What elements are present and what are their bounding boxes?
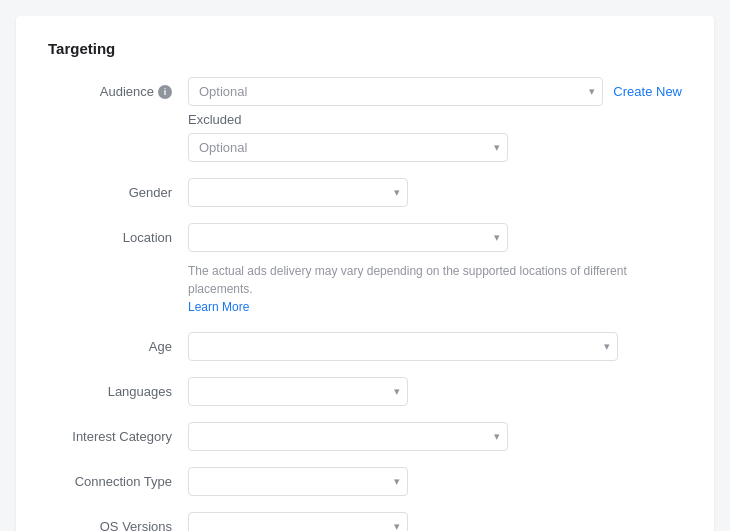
- section-title: Targeting: [48, 40, 682, 57]
- excluded-select-wrapper: Optional ▾: [188, 133, 508, 162]
- age-row: Age ▾: [48, 332, 682, 361]
- location-select[interactable]: [188, 223, 508, 252]
- age-select-wrapper: ▾: [188, 332, 618, 361]
- os-versions-select-wrapper: ▾: [188, 512, 408, 531]
- location-learn-more-link[interactable]: Learn More: [188, 300, 249, 314]
- location-hint: The actual ads delivery may vary dependi…: [188, 262, 682, 316]
- gender-label-col: Gender: [48, 178, 188, 200]
- audience-info-icon[interactable]: i: [158, 85, 172, 99]
- interest-category-label-col: Interest Category: [48, 422, 188, 444]
- interest-category-select-wrapper: ▾: [188, 422, 508, 451]
- languages-select[interactable]: [188, 377, 408, 406]
- targeting-card: Targeting Audience i Optional ▾ Create N…: [16, 16, 714, 531]
- gender-control-col: ▾: [188, 178, 682, 207]
- audience-input-row: Optional ▾ Create New: [188, 77, 682, 106]
- os-versions-row: OS Versions ▾: [48, 512, 682, 531]
- age-control-col: ▾: [188, 332, 682, 361]
- connection-type-label: Connection Type: [75, 474, 172, 489]
- os-versions-label-col: OS Versions: [48, 512, 188, 531]
- languages-label: Languages: [108, 384, 172, 399]
- os-versions-label: OS Versions: [100, 519, 172, 531]
- age-label-col: Age: [48, 332, 188, 354]
- location-row: Location ▾ The actual ads delivery may v…: [48, 223, 682, 316]
- languages-label-col: Languages: [48, 377, 188, 399]
- connection-type-control-col: ▾: [188, 467, 682, 496]
- age-label: Age: [149, 339, 172, 354]
- languages-select-wrapper: ▾: [188, 377, 408, 406]
- audience-select-wrapper: Optional ▾: [188, 77, 603, 106]
- excluded-select[interactable]: Optional: [188, 133, 508, 162]
- create-new-link[interactable]: Create New: [613, 84, 682, 99]
- languages-control-col: ▾: [188, 377, 682, 406]
- excluded-label: Excluded: [188, 112, 682, 127]
- connection-type-row: Connection Type ▾: [48, 467, 682, 496]
- languages-row: Languages ▾: [48, 377, 682, 406]
- audience-select[interactable]: Optional: [188, 77, 603, 106]
- connection-type-select[interactable]: [188, 467, 408, 496]
- interest-category-label: Interest Category: [72, 429, 172, 444]
- excluded-section: Excluded Optional ▾: [188, 112, 682, 162]
- interest-category-row: Interest Category ▾: [48, 422, 682, 451]
- location-select-wrapper: ▾: [188, 223, 508, 252]
- connection-type-select-wrapper: ▾: [188, 467, 408, 496]
- interest-category-select[interactable]: [188, 422, 508, 451]
- location-label: Location: [123, 230, 172, 245]
- connection-type-label-col: Connection Type: [48, 467, 188, 489]
- age-select[interactable]: [188, 332, 618, 361]
- interest-category-control-col: ▾: [188, 422, 682, 451]
- gender-select[interactable]: [188, 178, 408, 207]
- audience-label-col: Audience i: [48, 77, 188, 99]
- gender-select-wrapper: ▾: [188, 178, 408, 207]
- audience-row: Audience i Optional ▾ Create New Exclude…: [48, 77, 682, 162]
- os-versions-control-col: ▾: [188, 512, 682, 531]
- location-control-col: ▾ The actual ads delivery may vary depen…: [188, 223, 682, 316]
- gender-row: Gender ▾: [48, 178, 682, 207]
- location-label-col: Location: [48, 223, 188, 245]
- audience-label: Audience: [100, 84, 154, 99]
- os-versions-select[interactable]: [188, 512, 408, 531]
- gender-label: Gender: [129, 185, 172, 200]
- audience-control-col: Optional ▾ Create New Excluded Optional …: [188, 77, 682, 162]
